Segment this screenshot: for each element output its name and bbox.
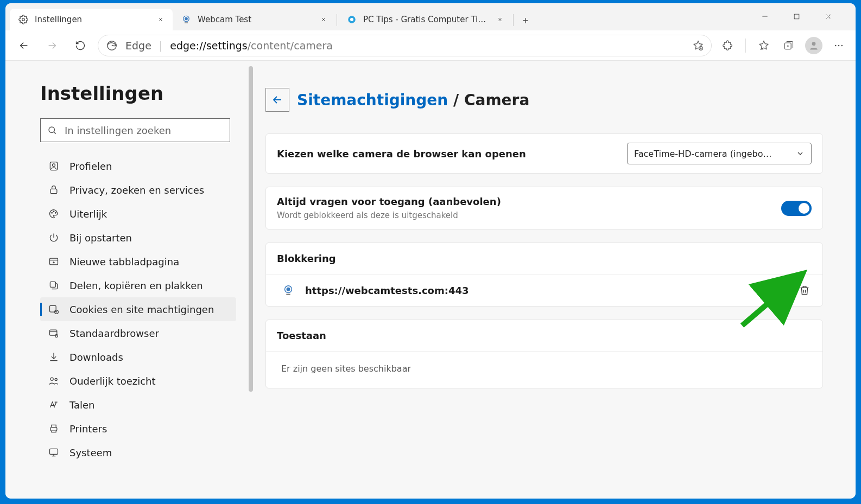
close-icon[interactable] <box>156 15 165 24</box>
settings-heading: Instellingen <box>40 82 236 104</box>
sidebar-item-label: Cookies en site machtigingen <box>69 304 214 315</box>
tab-pctips[interactable]: PC Tips - Gratis Computer Tips, i… <box>338 9 512 30</box>
allow-section-empty: Er zijn geen sites beschikbaar <box>266 352 822 388</box>
close-icon[interactable] <box>496 15 504 24</box>
block-section-card: Blokkering https://webcamtests.com:443 <box>265 243 823 307</box>
svg-point-10 <box>835 44 837 46</box>
sidebar-item-cookies[interactable]: Cookies en site machtigingen <box>40 297 236 321</box>
search-icon <box>47 125 57 135</box>
camera-select[interactable]: FaceTime-HD-camera (ingebo… <box>627 143 812 164</box>
sidebar-item-delen[interactable]: Delen, kopiëren en plakken <box>40 273 236 297</box>
sidebar-scrollbar[interactable] <box>247 61 255 499</box>
window-controls <box>757 8 851 29</box>
sidebar-item-label: Ouderlijk toezicht <box>69 375 156 387</box>
sidebar-item-label: Uiterlijk <box>69 208 107 220</box>
ask-toggle-title: Altijd vragen voor toegang (aanbevolen) <box>277 196 501 207</box>
blocked-site-url[interactable]: https://webcamtests.com:443 <box>305 285 469 296</box>
tab-webcam-test[interactable]: Webcam Test <box>173 9 335 30</box>
content-area: Instellingen In instellingen zoeken Prof… <box>5 61 856 499</box>
sidebar-item-downloads[interactable]: Downloads <box>40 345 236 369</box>
permissions-icon <box>48 303 60 315</box>
svg-point-0 <box>22 18 25 21</box>
browser-window: Instellingen Webcam Test PC Tips - Grati… <box>5 3 856 499</box>
avatar-icon <box>805 37 822 54</box>
sidebar-item-profielen[interactable]: Profielen <box>40 154 236 178</box>
newtab-icon <box>48 256 60 267</box>
share-icon <box>48 279 60 291</box>
settings-main: Sitemachtigingen / Camera Kiezen welke c… <box>255 61 856 499</box>
tab-title: PC Tips - Gratis Computer Tips, i… <box>363 15 490 24</box>
ask-toggle-subtitle: Wordt geblokkeerd als deze is uitgeschak… <box>277 210 501 220</box>
breadcrumb-back-button[interactable] <box>265 88 289 112</box>
more-menu-button[interactable] <box>830 36 848 55</box>
sidebar-item-uiterlijk[interactable]: Uiterlijk <box>40 202 236 226</box>
sidebar-item-label: Downloads <box>69 352 123 363</box>
tab-title: Webcam Test <box>198 15 314 24</box>
profile-button[interactable] <box>805 36 823 55</box>
search-placeholder: In instellingen zoeken <box>65 125 171 136</box>
breadcrumb-row: Sitemachtigingen / Camera <box>265 88 823 112</box>
tab-title: Instellingen <box>35 15 151 24</box>
svg-rect-29 <box>50 449 58 454</box>
site-icon <box>346 14 358 25</box>
svg-point-17 <box>52 213 53 214</box>
allow-section-heading: Toestaan <box>266 320 822 352</box>
sidebar-item-privacy[interactable]: Privacy, zoeken en services <box>40 178 236 202</box>
power-icon <box>48 232 60 244</box>
back-button[interactable] <box>13 35 35 56</box>
new-tab-button[interactable] <box>516 11 535 30</box>
breadcrumb-sep: / <box>448 91 464 109</box>
camera-select-value: FaceTime-HD-camera (ingebo… <box>634 149 772 159</box>
lock-icon <box>48 184 60 196</box>
system-icon <box>48 446 60 458</box>
breadcrumb-current: Camera <box>464 91 529 109</box>
minimize-button[interactable] <box>757 8 773 24</box>
ask-before-access-card: Altijd vragen voor toegang (aanbevolen) … <box>265 187 823 229</box>
sidebar-item-printers[interactable]: Printers <box>40 417 236 441</box>
gear-icon <box>17 14 29 25</box>
breadcrumb: Sitemachtigingen / Camera <box>297 91 529 109</box>
refresh-button[interactable] <box>69 35 91 56</box>
delete-blocked-site-button[interactable] <box>797 283 812 297</box>
svg-point-9 <box>812 42 816 46</box>
collections-icon[interactable] <box>780 36 798 55</box>
ask-toggle[interactable] <box>781 201 812 216</box>
favorites-icon[interactable] <box>755 36 773 55</box>
sidebar-item-standaardbrowser[interactable]: Standaardbrowser <box>40 321 236 345</box>
scrollbar-thumb[interactable] <box>249 66 253 392</box>
close-window-button[interactable] <box>820 8 836 24</box>
sidebar-item-nieuwetab[interactable]: Nieuwe tabbladpagina <box>40 250 236 273</box>
sidebar-item-label: Systeem <box>69 447 112 458</box>
maximize-button[interactable] <box>788 8 805 24</box>
settings-sidebar: Instellingen In instellingen zoeken Prof… <box>5 61 247 499</box>
address-bar[interactable]: Edge | edge://settings/content/camera <box>98 35 712 56</box>
sidebar-item-talen[interactable]: Talen <box>40 393 236 417</box>
sidebar-item-label: Profielen <box>69 161 112 172</box>
svg-point-18 <box>53 211 54 212</box>
edge-logo-icon <box>106 40 118 52</box>
sidebar-item-label: Nieuwe tabbladpagina <box>69 256 179 267</box>
close-icon[interactable] <box>319 15 328 24</box>
language-icon <box>48 399 60 411</box>
block-section-heading: Blokkering <box>266 243 822 275</box>
webcam-icon <box>180 14 192 25</box>
tab-strip: Instellingen Webcam Test PC Tips - Grati… <box>5 3 856 30</box>
sidebar-item-label: Privacy, zoeken en services <box>69 184 204 196</box>
settings-search-input[interactable]: In instellingen zoeken <box>40 118 230 142</box>
camera-picker-card: Kiezen welke camera de browser kan opene… <box>265 133 823 174</box>
sidebar-item-label: Delen, kopiëren en plakken <box>69 280 203 291</box>
tab-settings[interactable]: Instellingen <box>10 9 173 30</box>
favorite-add-icon[interactable] <box>693 40 704 51</box>
sidebar-item-systeem[interactable]: Systeem <box>40 441 236 464</box>
sidebar-item-ouderlijk[interactable]: Ouderlijk toezicht <box>40 369 236 393</box>
toolbar: Edge | edge://settings/content/camera <box>5 30 856 61</box>
sidebar-item-opstarten[interactable]: Bij opstarten <box>40 226 236 250</box>
forward-button[interactable] <box>41 35 63 56</box>
svg-rect-21 <box>50 282 55 287</box>
extensions-icon[interactable] <box>718 36 737 55</box>
svg-point-27 <box>55 378 57 380</box>
breadcrumb-link[interactable]: Sitemachtigingen <box>297 91 448 109</box>
profile-icon <box>48 160 60 172</box>
download-icon <box>48 351 60 363</box>
palette-icon <box>48 208 60 220</box>
